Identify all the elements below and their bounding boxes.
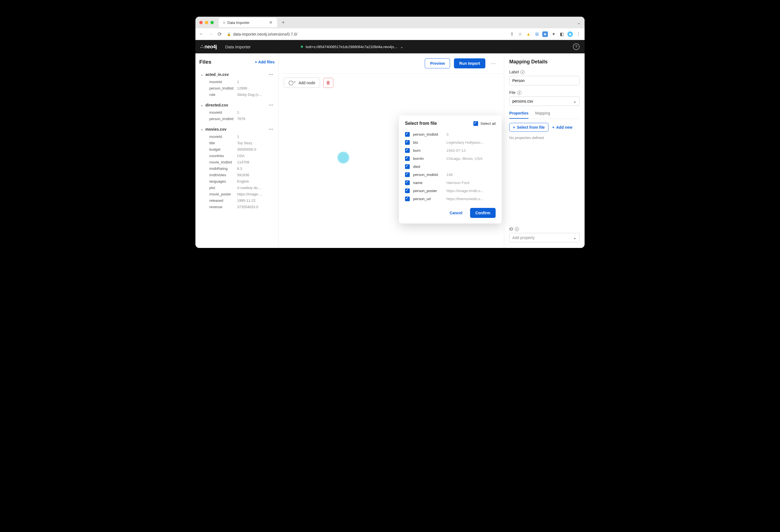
file-select[interactable]: persons.csv ⌄ <box>509 96 580 106</box>
checkbox-icon[interactable] <box>405 188 410 193</box>
add-node-button[interactable]: ◯⁺ Add node <box>284 78 320 88</box>
checkbox-icon[interactable] <box>405 172 410 177</box>
translate-icon[interactable]: ⊞ <box>534 32 540 37</box>
field-row: plotA cowboy do… <box>209 185 275 191</box>
property-row[interactable]: person_imdbId148 <box>405 171 496 179</box>
field-value: Toy Story <box>237 141 252 145</box>
label-input[interactable] <box>509 76 580 85</box>
share-icon[interactable]: ⇪ <box>509 32 515 37</box>
property-row[interactable]: person_urlhttps://themoviedb.o… <box>405 195 496 203</box>
tab-overflow-icon[interactable]: ⌄ <box>577 20 581 25</box>
property-row[interactable]: person_posterhttps://image.tmdb.o… <box>405 187 496 195</box>
new-tab-button[interactable]: + <box>279 18 287 27</box>
browser-window: ⎋ Data Importer ✕ + ⌄ ← → ⟳ 🔒 data-impor… <box>195 17 585 248</box>
profile-icon[interactable]: ● <box>567 32 573 37</box>
canvas-body[interactable]: ◯⁺ Add node 🗑 Select from file Select al <box>279 74 504 248</box>
address-bar[interactable]: 🔒 data-importer.neo4j.io/versions/0.7.0/ <box>225 32 506 36</box>
property-row[interactable]: nameHarrison Ford <box>405 179 496 187</box>
canvas-toolbar: Preview Run Import ⋯ <box>279 53 504 74</box>
node-icon: ◯⁺ <box>289 80 296 85</box>
field-row: countriesUSA <box>209 153 275 159</box>
dialog-title: Select from file <box>405 121 437 126</box>
forward-icon[interactable]: → <box>208 31 213 37</box>
checkbox-icon[interactable] <box>405 196 410 201</box>
label-label: Label <box>509 70 519 74</box>
run-import-button[interactable]: Run Import <box>454 58 485 68</box>
file-header[interactable]: ⌄acted_in.csv⋯ <box>199 70 275 79</box>
id-select[interactable]: Add property ⌄ <box>509 233 580 242</box>
panel-icon[interactable]: ◧ <box>559 32 565 37</box>
property-row[interactable]: born1942-07-13 <box>405 146 496 154</box>
file-menu-icon[interactable]: ⋯ <box>269 127 274 132</box>
zoom-icon[interactable]: ◉ <box>542 32 548 37</box>
lock-icon: 🔒 <box>227 32 231 36</box>
file-menu-icon[interactable]: ⋯ <box>269 72 274 77</box>
field-row: movieId1 <box>209 109 275 115</box>
star-icon[interactable]: ☆ <box>517 32 523 37</box>
property-row[interactable]: bioLegendary Hollywoo… <box>405 138 496 146</box>
tab-title: Data Importer <box>227 20 249 25</box>
browser-tab[interactable]: ⎋ Data Importer ✕ <box>219 18 277 27</box>
file-menu-icon[interactable]: ⋯ <box>269 102 274 107</box>
checkbox-icon[interactable] <box>405 180 410 185</box>
close-window[interactable] <box>199 21 203 24</box>
field-row: movie_imdbId114709 <box>209 159 275 165</box>
extension-icon[interactable]: ✦ <box>551 32 556 37</box>
select-from-file-dialog: Select from file Select all person_tmdbI… <box>399 115 502 224</box>
close-tab-icon[interactable]: ✕ <box>269 20 273 25</box>
neo4j-logo: neo4j <box>200 44 217 50</box>
field-value: 1 <box>237 135 239 139</box>
select-all-toggle[interactable]: Select all <box>473 121 496 126</box>
preview-button[interactable]: Preview <box>425 58 450 68</box>
tab-mapping[interactable]: Mapping <box>535 111 550 119</box>
delete-button[interactable]: 🗑 <box>323 78 333 88</box>
add-files-button[interactable]: + Add files <box>255 60 275 64</box>
more-icon[interactable]: ⋯ <box>489 60 498 66</box>
file-header[interactable]: ⌄directed.csv⋯ <box>199 101 275 109</box>
file-label: File <box>509 90 516 95</box>
cancel-button[interactable]: Cancel <box>446 208 466 218</box>
field-value: 591836 <box>237 173 249 177</box>
field-name: movieId <box>209 110 237 114</box>
property-row[interactable]: person_tmdbId3 <box>405 130 496 138</box>
graph-node[interactable] <box>337 151 349 164</box>
info-icon[interactable]: i <box>517 91 522 95</box>
add-new-button[interactable]: + Add new <box>552 123 573 132</box>
connection-selector[interactable]: bolt+s://85474006517e1dc2988064c7a2109d4… <box>301 45 404 49</box>
checkbox-icon[interactable] <box>405 132 410 137</box>
menu-icon[interactable]: ⋮ <box>576 32 581 37</box>
info-icon[interactable]: i <box>520 70 525 74</box>
minimize-window[interactable] <box>205 21 208 24</box>
property-name: born <box>413 148 443 153</box>
field-row: person_tmdbId12899 <box>209 85 275 91</box>
confirm-button[interactable]: Confirm <box>470 208 496 218</box>
file-header[interactable]: ⌄movies.csv⋯ <box>199 125 275 133</box>
field-value: Slinky Dog (v… <box>237 93 262 97</box>
tab-favicon: ⎋ <box>223 20 225 25</box>
reload-icon[interactable]: ⟳ <box>218 31 222 37</box>
checkbox-icon[interactable] <box>405 156 410 161</box>
connection-string: bolt+s://85474006517e1dc2988064c7a2109d4… <box>306 45 398 49</box>
checkbox-icon[interactable] <box>405 148 410 153</box>
select-from-file-button[interactable]: + Select from file <box>509 123 548 132</box>
chevron-down-icon: ⌄ <box>200 103 203 107</box>
file-name: acted_in.csv <box>205 72 229 77</box>
drive-icon[interactable]: ▲ <box>526 32 531 37</box>
field-value: 114709 <box>237 160 249 164</box>
field-value: 373554033.0 <box>237 205 258 209</box>
field-name: imdbRating <box>209 166 237 171</box>
field-name: plot <box>209 186 237 190</box>
property-row[interactable]: died <box>405 162 496 171</box>
field-value: 1995-11-22 <box>237 198 256 203</box>
info-icon[interactable]: i <box>515 227 519 231</box>
property-name: died <box>413 164 443 169</box>
property-row[interactable]: bornInChicago, Illinois, USA <box>405 154 496 162</box>
detail-heading: Mapping Details <box>509 59 580 65</box>
maximize-window[interactable] <box>210 21 214 24</box>
field-name: revenue <box>209 205 237 209</box>
tab-properties[interactable]: Properties <box>509 111 528 119</box>
help-icon[interactable]: ? <box>573 43 580 50</box>
back-icon[interactable]: ← <box>199 31 204 37</box>
checkbox-icon[interactable] <box>405 140 410 145</box>
checkbox-icon[interactable] <box>405 164 410 169</box>
